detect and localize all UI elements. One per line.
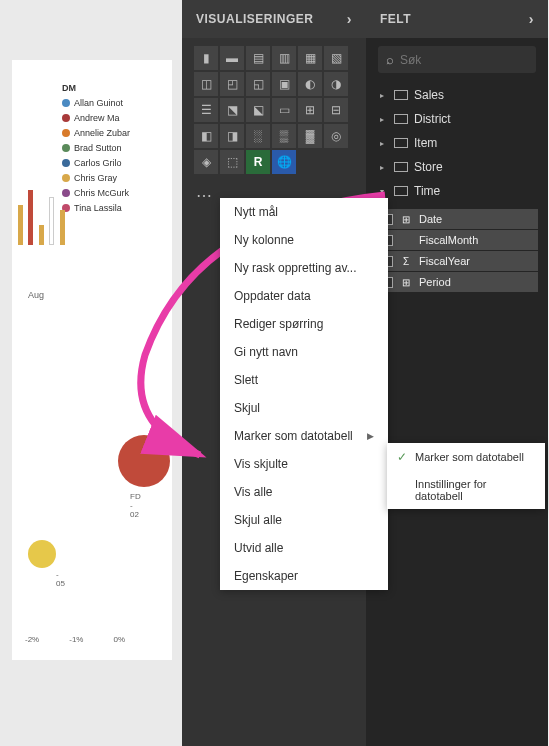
- viz-type-icon[interactable]: ▦: [298, 46, 322, 70]
- expand-icon[interactable]: ▸: [380, 91, 388, 100]
- ctx-item[interactable]: Utvid alle: [220, 534, 388, 562]
- submenu-settings-label: Innstillinger for datotabell: [415, 478, 535, 502]
- table-label: Sales: [414, 88, 444, 102]
- x-axis-label: Aug: [28, 290, 44, 300]
- viz-type-icon[interactable]: ◎: [324, 124, 348, 148]
- ctx-item[interactable]: Vis skjulte: [220, 450, 388, 478]
- ctx-label: Ny rask oppretting av...: [234, 261, 357, 275]
- field-date[interactable]: ⊞Date: [376, 209, 538, 229]
- ctx-item[interactable]: Oppdater data: [220, 282, 388, 310]
- submenu-mark[interactable]: ✓ Marker som datotabell: [387, 443, 545, 471]
- table-store[interactable]: ▸Store: [378, 155, 536, 179]
- fields-panel-title: FELT: [380, 12, 411, 26]
- viz-panel-header[interactable]: VISUALISERINGER ›: [182, 0, 366, 38]
- tick: 0%: [113, 635, 125, 644]
- viz-type-icon[interactable]: ▮: [194, 46, 218, 70]
- field-fiscalyear[interactable]: ΣFiscalYear: [376, 251, 538, 271]
- viz-type-icon[interactable]: ◫: [194, 72, 218, 96]
- legend-item[interactable]: Chris Gray: [62, 173, 130, 183]
- viz-type-icon[interactable]: ⬚: [220, 150, 244, 174]
- legend-item[interactable]: Andrew Ma: [62, 113, 130, 123]
- field-type-icon: Σ: [399, 256, 413, 267]
- ctx-item[interactable]: Nytt mål: [220, 198, 388, 226]
- table-label: Time: [414, 184, 440, 198]
- submenu-settings[interactable]: Innstillinger for datotabell: [387, 471, 545, 509]
- ctx-item[interactable]: Skjul alle: [220, 506, 388, 534]
- ctx-item[interactable]: Slett: [220, 366, 388, 394]
- table-district[interactable]: ▸District: [378, 107, 536, 131]
- viz-type-icon[interactable]: ▤: [246, 46, 270, 70]
- legend-label: Andrew Ma: [74, 113, 120, 123]
- ctx-label: Skjul: [234, 401, 260, 415]
- legend-item[interactable]: Chris McGurk: [62, 188, 130, 198]
- viz-type-icon[interactable]: ◑: [324, 72, 348, 96]
- legend-item[interactable]: Allan Guinot: [62, 98, 130, 108]
- ctx-item[interactable]: Ny rask oppretting av...: [220, 254, 388, 282]
- viz-type-icon[interactable]: ◨: [220, 124, 244, 148]
- search-icon: ⌕: [386, 52, 394, 67]
- bubble-label-2: - 05: [56, 570, 65, 588]
- ctx-item[interactable]: Egenskaper: [220, 562, 388, 590]
- context-menu: Nytt målNy kolonneNy rask oppretting av.…: [220, 198, 388, 590]
- search-input[interactable]: [400, 53, 549, 67]
- field-label: Date: [419, 213, 442, 225]
- viz-type-icon[interactable]: ☰: [194, 98, 218, 122]
- legend-item[interactable]: Annelie Zubar: [62, 128, 130, 138]
- fields-panel-header[interactable]: FELT ›: [366, 0, 548, 38]
- viz-type-icon[interactable]: ◐: [298, 72, 322, 96]
- ctx-label: Vis skjulte: [234, 457, 288, 471]
- viz-type-icon[interactable]: ◰: [220, 72, 244, 96]
- legend-item[interactable]: Tina Lassila: [62, 203, 130, 213]
- viz-type-icon[interactable]: ⬕: [246, 98, 270, 122]
- viz-type-icon[interactable]: ░: [246, 124, 270, 148]
- viz-type-icon[interactable]: ⬔: [220, 98, 244, 122]
- viz-type-icon[interactable]: ▧: [324, 46, 348, 70]
- viz-type-icon[interactable]: ⊞: [298, 98, 322, 122]
- submenu-mark-label: Marker som datotabell: [415, 451, 524, 463]
- ctx-item[interactable]: Skjul: [220, 394, 388, 422]
- viz-gallery: ▮▬▤▥▦▧◫◰◱▣◐◑☰⬔⬕▭⊞⊟◧◨░▒▓◎◈⬚R🌐: [182, 38, 366, 182]
- viz-type-icon[interactable]: ▭: [272, 98, 296, 122]
- expand-icon[interactable]: ▸: [380, 163, 388, 172]
- legend-item[interactable]: Carlos Grilo: [62, 158, 130, 168]
- ctx-label: Skjul alle: [234, 513, 282, 527]
- field-fiscalmonth[interactable]: FiscalMonth: [376, 230, 538, 250]
- table-item[interactable]: ▸Item: [378, 131, 536, 155]
- ctx-item[interactable]: Marker som datotabell▶: [220, 422, 388, 450]
- ctx-item[interactable]: Rediger spørring: [220, 310, 388, 338]
- expand-icon[interactable]: ▸: [380, 115, 388, 124]
- viz-type-icon[interactable]: ◈: [194, 150, 218, 174]
- bar-chart: [18, 190, 66, 245]
- legend-dot: [62, 129, 70, 137]
- chevron-right-icon[interactable]: ›: [347, 11, 352, 27]
- viz-type-icon[interactable]: ◧: [194, 124, 218, 148]
- ctx-item[interactable]: Gi nytt navn: [220, 338, 388, 366]
- legend-dot: [62, 159, 70, 167]
- viz-type-icon[interactable]: ◱: [246, 72, 270, 96]
- table-sales[interactable]: ▸Sales: [378, 83, 536, 107]
- field-period[interactable]: ⊞Period: [376, 272, 538, 292]
- ctx-item[interactable]: Ny kolonne: [220, 226, 388, 254]
- legend-item[interactable]: Brad Sutton: [62, 143, 130, 153]
- field-type-icon: ⊞: [399, 277, 413, 288]
- tick: -2%: [25, 635, 39, 644]
- table-time[interactable]: ▾Time: [378, 179, 536, 203]
- legend-label: Brad Sutton: [74, 143, 122, 153]
- viz-type-icon[interactable]: ⊟: [324, 98, 348, 122]
- ctx-item[interactable]: Vis alle: [220, 478, 388, 506]
- expand-icon[interactable]: ▾: [380, 187, 388, 196]
- viz-type-icon[interactable]: ▬: [220, 46, 244, 70]
- expand-icon[interactable]: ▸: [380, 139, 388, 148]
- viz-type-icon[interactable]: ▣: [272, 72, 296, 96]
- search-box[interactable]: ⌕: [378, 46, 536, 73]
- ctx-label: Nytt mål: [234, 205, 278, 219]
- submenu-arrow-icon: ▶: [367, 431, 374, 441]
- viz-type-icon[interactable]: ▓: [298, 124, 322, 148]
- viz-globe-icon[interactable]: 🌐: [272, 150, 296, 174]
- viz-type-icon[interactable]: ▥: [272, 46, 296, 70]
- viz-type-icon[interactable]: ▒: [272, 124, 296, 148]
- chevron-right-icon[interactable]: ›: [529, 11, 534, 27]
- viz-r-icon[interactable]: R: [246, 150, 270, 174]
- legend-label: Annelie Zubar: [74, 128, 130, 138]
- table-label: Item: [414, 136, 437, 150]
